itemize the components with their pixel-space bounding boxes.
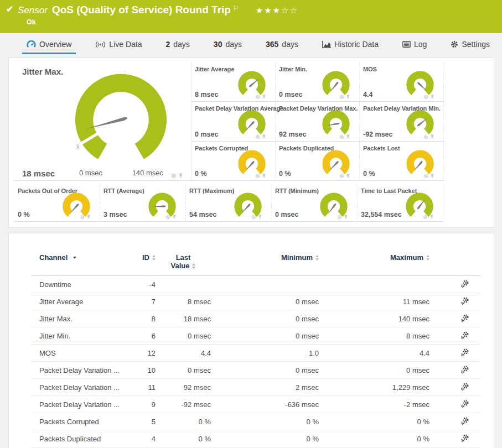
pin-icon[interactable] [346, 174, 350, 179]
tab-label: Log [414, 40, 427, 49]
channel-settings-gears-icon[interactable] [460, 331, 469, 340]
channel-settings-gears-icon[interactable] [460, 296, 469, 305]
small-gauge-grid: Jitter Average 8 msec Jitter Min. 0 msec [192, 62, 444, 181]
column-header-id[interactable]: ID [125, 250, 156, 276]
gauge-card: RTT (Minimum) 0 msec [272, 184, 358, 222]
gauge-card: Packet Delay Variation Min. -92 msec [360, 102, 444, 141]
gauge-dial [322, 70, 350, 97]
channel-settings-gears-icon[interactable] [460, 348, 469, 357]
pin-icon[interactable] [346, 95, 350, 100]
channel-table-panel: Channel ID Last Value Minimum Maximum [8, 233, 494, 448]
channel-settings-gear-icon[interactable] [423, 134, 428, 139]
gauge-card: Packets Corrupted 0 % [192, 142, 276, 181]
table-row: Downtime -4 [31, 276, 480, 293]
pin-icon[interactable] [344, 215, 348, 220]
table-row: Packets Duplicated 4 0 % 0 % 0 % [31, 430, 480, 447]
gauge-card: Time to Last Packet 32,554 msec [358, 184, 443, 222]
status-ok-check-icon: ✔ [6, 4, 13, 14]
pin-icon[interactable] [262, 95, 266, 100]
channel-settings-gears-icon[interactable] [460, 314, 469, 322]
table-row: Packet Delay Variation ... 9 -92 msec -6… [31, 396, 480, 413]
gauge-dial [406, 149, 434, 176]
gauge-card: Packet Delay Variation Average 0 msec [192, 102, 276, 141]
pin-icon[interactable] [262, 174, 266, 179]
channel-settings-gear-icon[interactable] [251, 215, 256, 220]
tab-historic-data[interactable]: Historic Data [318, 37, 383, 54]
tab-label: Live Data [109, 40, 142, 49]
gauge-card-jitter-max: Jitter Max. x̄ 0 msec 140 msec 18 msec [14, 62, 192, 181]
gauge-card: RTT (Maximum) 54 msec [186, 184, 272, 222]
bottom-gauge-row: Packets Out of Order 0 % RTT (Average) 3… [14, 184, 494, 222]
channel-settings-gears-icon[interactable] [460, 416, 469, 425]
pin-icon[interactable] [430, 95, 434, 100]
gear-icon [451, 40, 458, 48]
column-header-channel[interactable]: Channel [31, 250, 125, 276]
gauge-card: Packet Delay Variation Max. 92 msec [276, 102, 360, 141]
pin-icon[interactable] [429, 215, 434, 220]
tab-label: Historic Data [334, 40, 379, 49]
channel-settings-gear-icon[interactable] [255, 134, 260, 139]
pin-icon[interactable] [262, 134, 266, 139]
channel-settings-gear-icon[interactable] [80, 215, 85, 220]
tab-settings[interactable]: Settings [446, 37, 494, 54]
channel-table: Channel ID Last Value Minimum Maximum [31, 250, 480, 447]
pin-icon[interactable] [258, 215, 262, 220]
gauge-card: RTT (Average) 3 msec [100, 184, 186, 222]
pin-icon[interactable] [430, 134, 434, 139]
tab-live-data[interactable]: Live Data [91, 37, 146, 54]
channel-settings-gears-icon[interactable] [460, 279, 469, 288]
pin-icon[interactable] [178, 173, 183, 179]
pin-icon[interactable] [86, 215, 91, 220]
column-header-minimum[interactable]: Minimum [211, 250, 319, 276]
channel-settings-gear-icon[interactable] [165, 215, 170, 220]
table-row: Jitter Min. 6 0 msec 0 msec 8 msec [31, 327, 480, 345]
priority-flag-icon[interactable]: ⚐ [233, 4, 239, 12]
channel-settings-gears-icon[interactable] [460, 365, 469, 374]
channel-settings-gear-icon[interactable] [423, 174, 428, 179]
channel-settings-gear-icon[interactable] [255, 95, 260, 100]
column-header-maximum[interactable]: Maximum [319, 250, 429, 276]
tab-log[interactable]: Log [398, 37, 431, 54]
average-marker-label: x̄ [76, 144, 80, 150]
sort-icon [426, 255, 429, 261]
channel-settings-gear-icon[interactable] [171, 173, 177, 179]
channel-settings-gear-icon[interactable] [339, 134, 344, 139]
tab-label: Settings [462, 40, 490, 49]
stars-empty[interactable]: ☆☆ [281, 6, 298, 15]
stars-filled[interactable]: ★★★ [256, 6, 281, 15]
column-header-last-value[interactable]: Last Value [156, 250, 211, 276]
tab-label: days [225, 40, 242, 49]
channel-settings-gear-icon[interactable] [339, 95, 344, 100]
channel-settings-gear-icon[interactable] [423, 95, 428, 100]
channel-settings-gears-icon[interactable] [460, 434, 469, 442]
table-row: Jitter Average 7 8 msec 0 msec 11 msec [31, 293, 480, 310]
pin-icon[interactable] [346, 134, 350, 139]
sort-icon [152, 255, 156, 261]
gauge-scale-min: 0 msec [79, 169, 102, 177]
tab-label: days [282, 40, 298, 49]
tab-2-days[interactable]: 2 days [161, 37, 194, 54]
channel-settings-gear-icon[interactable] [337, 215, 342, 220]
sensor-header: ✔ Sensor QoS (Quality of Service) Round … [0, 0, 502, 33]
gauge-icon [27, 40, 36, 49]
channel-settings-gears-icon[interactable] [460, 399, 469, 408]
gauge-dial [322, 110, 350, 136]
tab-overview[interactable]: Overview [22, 37, 76, 54]
gauge-card: Jitter Min. 0 msec [276, 62, 360, 102]
channel-settings-gear-icon[interactable] [255, 174, 260, 179]
gauge-dial [237, 110, 266, 136]
pin-icon[interactable] [430, 174, 434, 179]
table-row: MOS 12 4.4 1.0 4.4 [31, 345, 480, 362]
gauge-dial: x̄ [73, 71, 169, 163]
live-data-icon [95, 41, 106, 48]
sort-icon [192, 263, 195, 269]
tab-365-days[interactable]: 365 days [261, 37, 303, 54]
channel-settings-gears-icon[interactable] [460, 382, 469, 391]
channel-settings-gear-icon[interactable] [339, 174, 344, 179]
tab-30-days[interactable]: 30 days [209, 37, 246, 54]
gauge-dial [322, 149, 350, 176]
channel-settings-gear-icon[interactable] [423, 215, 428, 220]
priority-stars[interactable]: ★★★☆☆ [256, 6, 298, 15]
tab-bar: Overview Live Data 2 days 30 days 365 da… [0, 33, 502, 54]
pin-icon[interactable] [172, 215, 177, 220]
